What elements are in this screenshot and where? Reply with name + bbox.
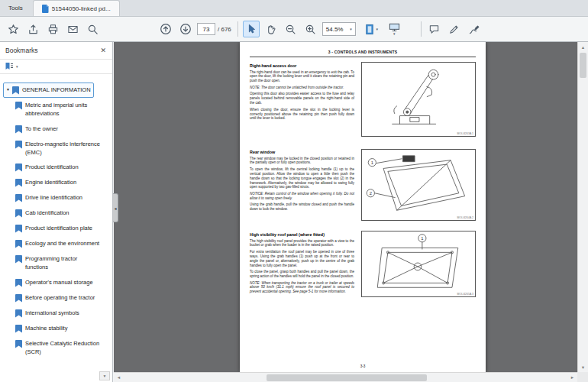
bookmark-item[interactable]: ▼ GENERAL INFORMATION: [3, 83, 94, 98]
zoom-in-button[interactable]: [302, 21, 319, 37]
bookmark-label: Selective Catalytic Reduction (SCR): [25, 339, 100, 357]
figure-column: MOLI4263A 1 1 2: [361, 62, 476, 297]
bookmark-item[interactable]: Before operating the tractor: [12, 290, 98, 306]
comment-icon: [428, 24, 440, 35]
scroll-right-button[interactable]: ►: [567, 373, 577, 382]
bookmark-item[interactable]: Ecology and the environment: [12, 236, 102, 251]
pdf-page: 3 - CONTROLS AND INSTRUMENTS Right-hand …: [240, 42, 486, 372]
bookmark-item[interactable]: Metric and imperial units abbreviations: [12, 98, 103, 121]
tab-tools[interactable]: Tools: [0, 0, 31, 16]
figure-door-lock: MOLI4263A 1: [361, 62, 476, 137]
bookmark-expander-icon[interactable]: ▼: [6, 87, 11, 92]
tab-document[interactable]: 51544050-linked pd...: [33, 0, 120, 16]
panel-collapse-handle[interactable]: ◂: [113, 193, 118, 222]
share-button[interactable]: [24, 21, 41, 37]
bookmark-item[interactable]: Selective Catalytic Reduction (SCR): [12, 336, 103, 360]
scroll-up-button[interactable]: ▲: [578, 42, 588, 52]
pencil-icon: [448, 24, 460, 35]
comment-button[interactable]: [426, 21, 443, 37]
bookmark-item[interactable]: Cab identification: [12, 206, 73, 221]
paragraph: NOTE: The door cannot be unlatched from …: [250, 86, 354, 90]
hand-tool-button[interactable]: [263, 21, 279, 37]
print-button[interactable]: [44, 21, 61, 37]
bookmark-icon: [15, 179, 22, 187]
select-tool-button[interactable]: [243, 21, 260, 37]
chevron-down-icon: ▾: [350, 28, 352, 31]
next-page-button[interactable]: [177, 21, 194, 37]
bookmark-label: GENERAL INFORMATION: [22, 86, 91, 94]
bookmark-options-icon[interactable]: [5, 62, 14, 71]
bookmark-item[interactable]: Engine identification: [12, 175, 79, 190]
section-body: The high visibility roof panel provides …: [250, 239, 354, 295]
bookmark-item[interactable]: Operator's manual storage: [12, 275, 96, 290]
bookmark-item[interactable]: Machine stability: [12, 321, 70, 336]
zoom-out-button[interactable]: [283, 21, 299, 37]
bookmark-label: Cab identification: [25, 209, 69, 217]
previous-page-button[interactable]: [157, 21, 174, 37]
paragraph: The rear window may be locked in the clo…: [250, 157, 354, 166]
bookmark-item[interactable]: Product identification plate: [12, 221, 95, 236]
svg-text:2: 2: [370, 191, 372, 196]
page-footer: 3-3: [240, 364, 486, 368]
fit-page-icon: [364, 24, 375, 35]
bookmark-item[interactable]: Electro-magnetic interference (EMC): [12, 137, 103, 160]
scroll-down-button[interactable]: ▼: [578, 362, 588, 372]
zoom-level-select[interactable]: 54.5% ▾: [322, 22, 356, 36]
bookmark-label: Engine identification: [25, 178, 76, 186]
bookmarks-panel-title: Bookmarks: [5, 47, 38, 54]
arrow-down-icon: ▼: [581, 365, 585, 370]
vertical-scrollbar[interactable]: ▲ ▼: [577, 42, 588, 372]
chevron-down-icon[interactable]: ▾: [16, 65, 18, 69]
figure-rear-window: 1 2 MOLI4264A 2: [361, 149, 476, 221]
scrollbar-corner: [577, 372, 588, 382]
tab-bar: Tools 51544050-linked pd...: [0, 0, 588, 17]
chevron-down-icon: ▾: [376, 28, 379, 31]
figure-code: MOLI4264A 2: [457, 216, 473, 219]
close-icon[interactable]: ✕: [100, 47, 106, 54]
zoom-level-value: 54.5%: [326, 26, 344, 33]
section-heading: Rear window: [250, 150, 354, 154]
main-toolbar: 73 / 676 54.5% ▾ ▾ ▾: [0, 17, 588, 42]
view-mode-button[interactable]: ▾: [385, 19, 404, 40]
hand-icon: [265, 24, 276, 35]
email-button[interactable]: [64, 21, 81, 37]
bookmark-icon: [15, 340, 22, 348]
page-number-input[interactable]: 73: [197, 23, 215, 35]
bookmark-item[interactable]: Programming tractor functions: [12, 251, 103, 275]
arrow-up-circle-icon: [160, 23, 172, 35]
sign-button[interactable]: [466, 21, 483, 37]
text-column: Right-hand access door The right-hand do…: [250, 62, 354, 297]
arrow-down-icon: ▼: [103, 374, 107, 378]
paragraph: When closing the door, ensure the slot i…: [250, 108, 354, 121]
bookmark-icon: [15, 240, 22, 248]
bookmark-icon: [15, 325, 22, 333]
fit-page-button[interactable]: ▾: [360, 21, 382, 37]
bookmark-item[interactable]: Drive line identification: [12, 190, 86, 206]
bookmark-icon: [15, 209, 22, 218]
bookmark-icon: [15, 309, 22, 318]
star-icon: [8, 24, 19, 35]
favorites-button[interactable]: [5, 21, 21, 37]
horizontal-scrollbar[interactable]: ◄ ►: [114, 372, 577, 382]
bookmark-label: Drive line identification: [25, 193, 82, 202]
search-icon: [87, 24, 99, 35]
bookmarks-panel-toolbar: ▾: [0, 60, 112, 74]
bookmark-item[interactable]: To the owner: [12, 121, 61, 137]
search-button[interactable]: [84, 21, 101, 37]
highlight-button[interactable]: [446, 21, 463, 37]
toolbar-separator: [421, 21, 422, 37]
paragraph: The right-hand door can be used in an em…: [250, 70, 354, 84]
chevron-down-icon: ▾: [393, 32, 396, 36]
vertical-scrollbar-thumb[interactable]: [580, 53, 586, 78]
figure-code: MOLI4263A 1: [457, 132, 473, 135]
scroll-left-button[interactable]: ◄: [114, 373, 124, 382]
bookmark-label: Operator's manual storage: [25, 278, 93, 286]
tab-document-label: 51544050-linked pd...: [52, 5, 111, 12]
paragraph: For extra ventilation the roof panel may…: [250, 250, 354, 267]
horizontal-scrollbar-thumb[interactable]: [267, 374, 427, 381]
bookmark-item[interactable]: International symbols: [12, 306, 82, 321]
signature-icon: [468, 24, 480, 35]
bookmark-item[interactable]: Product identification: [12, 160, 82, 175]
tab-tools-label: Tools: [8, 5, 23, 11]
sidebar-scroll-down-button[interactable]: ▼: [99, 371, 110, 380]
